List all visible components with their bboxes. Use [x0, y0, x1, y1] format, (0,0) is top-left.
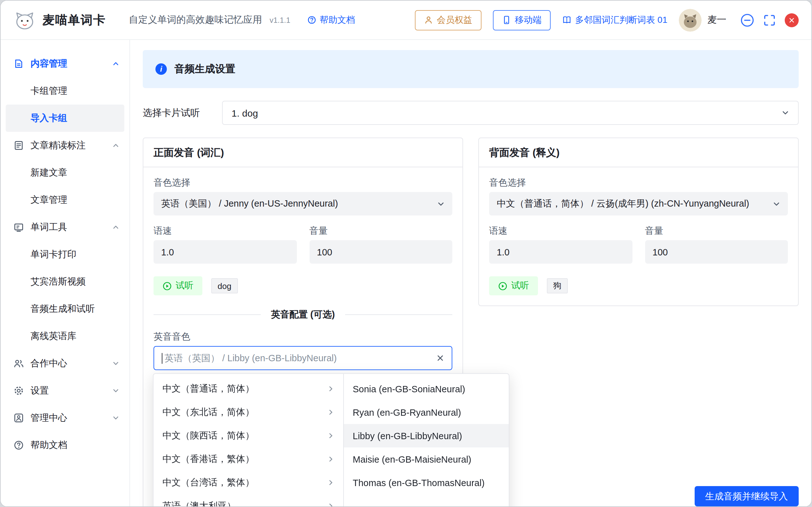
close-button[interactable]	[785, 13, 799, 27]
card-select-dropdown[interactable]: 1. dog	[222, 101, 799, 125]
card-select-value: 1. dog	[232, 107, 258, 118]
front-speed-volume-row: 语速 1.0 音量 100	[154, 226, 452, 264]
cascader-voice-column: Sonia (en-GB-SoniaNeural) Ryan (en-GB-Ry…	[344, 374, 509, 507]
cascader-voice-option-2[interactable]: Libby (en-GB-LibbyNeural)	[344, 424, 509, 447]
sidebar-group-content-management[interactable]: 内容管理	[1, 50, 130, 77]
cascader-option-label: 中文（陕西话，简体）	[162, 430, 254, 442]
cascader-lang-option-1[interactable]: 中文（东北话，简体）	[154, 400, 343, 424]
divider-text: 英音配置 (可选)	[271, 309, 335, 320]
cat-logo-icon	[13, 9, 36, 32]
sidebar-item-label: 新建文章	[31, 167, 67, 179]
divider-line	[154, 314, 261, 315]
sidebar-item-audio-generation[interactable]: 音频生成和试听	[1, 295, 130, 323]
uk-voice-input[interactable]: 英语（英国） / Libby (en-GB-LibbyNeural)	[154, 346, 452, 370]
sidebar-item-ebbinghaus-video[interactable]: 艾宾浩斯视频	[1, 268, 130, 295]
app-header: 麦喵单词卡 自定义单词的高效趣味记忆应用 v1.1.1 帮助文档 会员权益 移动…	[1, 1, 811, 40]
cascader-option-label: 中文（东北话，简体）	[162, 406, 254, 418]
back-volume-input[interactable]: 100	[645, 240, 788, 264]
back-preview-button[interactable]: 试听	[489, 276, 538, 295]
chevron-right-icon	[327, 479, 334, 486]
mobile-button[interactable]: 移动端	[493, 10, 550, 30]
sidebar-group-article-annotation[interactable]: 文章精读标注	[1, 132, 130, 159]
back-voice-value: 中文（普通话，简体） / 云扬(成年男) (zh-CN-YunyangNeura…	[497, 198, 749, 210]
window-controls	[740, 13, 799, 27]
app-title: 麦喵单词卡	[43, 12, 106, 28]
article-icon	[13, 140, 24, 151]
sidebar-item-label: 内容管理	[31, 58, 67, 70]
cascader-language-column: 中文（普通话，简体） 中文（东北话，简体） 中文（陕西话，简体） 中文（香港话，…	[154, 374, 344, 507]
play-icon	[498, 281, 507, 291]
cascader-voice-option-4[interactable]: Thomas (en-GB-ThomasNeural)	[344, 471, 509, 494]
member-benefits-button[interactable]: 会员权益	[415, 10, 481, 30]
cascader-voice-option-3[interactable]: Maisie (en-GB-MaisieNeural)	[344, 447, 509, 471]
minimize-icon	[740, 13, 754, 27]
cascader-option-label: Thomas (en-GB-ThomasNeural)	[353, 477, 485, 488]
phone-icon	[502, 15, 511, 25]
front-voice-value: 英语（美国） / Jenny (en-US-JennyNeural)	[161, 198, 338, 210]
user-avatar[interactable]	[679, 9, 702, 32]
front-speed-label: 语速	[154, 226, 297, 236]
banner-title: 音频生成设置	[174, 62, 235, 76]
sidebar-item-offline-english-library[interactable]: 离线英语库	[1, 323, 130, 350]
front-voice-select[interactable]: 英语（美国） / Jenny (en-US-JennyNeural)	[154, 192, 452, 216]
stage: 麦喵单词卡 自定义单词的高效趣味记忆应用 v1.1.1 帮助文档 会员权益 移动…	[0, 0, 812, 507]
front-voice-label: 音色选择	[154, 177, 452, 188]
sidebar-item-label: 合作中心	[31, 357, 67, 370]
cascader-option-label: 中文（台湾话，繁体）	[162, 476, 254, 489]
sidebar-group-collaboration-center[interactable]: 合作中心	[1, 350, 130, 377]
wordlist-label: 多邻国词汇判断词表 01	[575, 14, 667, 26]
header-right-cluster: 会员权益 移动端 多邻国词汇判断词表 01 麦一	[415, 9, 799, 32]
back-speed-label: 语速	[489, 226, 632, 236]
cascader-lang-option-0[interactable]: 中文（普通话，简体）	[154, 377, 343, 400]
sidebar-item-label: 帮助文档	[31, 439, 67, 451]
front-preview-button[interactable]: 试听	[154, 276, 202, 295]
front-volume-label: 音量	[309, 226, 452, 236]
clear-icon[interactable]	[437, 354, 444, 362]
chevron-down-icon	[781, 109, 789, 117]
wordlist-link[interactable]: 多邻国词汇判断词表 01	[562, 14, 667, 26]
help-doc-link[interactable]: 帮助文档	[307, 14, 355, 26]
back-preview-label: 试听	[511, 280, 529, 291]
chevron-right-icon	[327, 456, 334, 463]
close-icon	[789, 17, 795, 23]
cascader-option-label: Maisie (en-GB-MaisieNeural)	[353, 454, 471, 464]
back-volume-label: 音量	[645, 226, 788, 236]
sidebar-item-new-article[interactable]: 新建文章	[1, 159, 130, 186]
front-speed-input[interactable]: 1.0	[154, 240, 297, 264]
chevron-right-icon	[327, 432, 334, 439]
username: 麦一	[707, 14, 726, 26]
sidebar-group-admin-center[interactable]: 管理中心	[1, 404, 130, 432]
gear-icon	[13, 385, 24, 396]
sidebar-item-help-docs[interactable]: 帮助文档	[1, 432, 130, 459]
cascader-voice-option-1[interactable]: Ryan (en-GB-RyanNeural)	[344, 400, 509, 424]
sidebar-group-settings[interactable]: 设置	[1, 377, 130, 404]
uk-voice-label: 英音音色	[154, 331, 452, 342]
chevron-up-icon	[112, 60, 119, 67]
cascader-lang-option-4[interactable]: 中文（台湾话，繁体）	[154, 471, 343, 494]
sidebar-item-import-deck[interactable]: 导入卡组	[6, 105, 124, 132]
cascader-lang-option-3[interactable]: 中文（香港话，繁体）	[154, 447, 343, 471]
sidebar-item-label: 单词卡打印	[31, 248, 77, 261]
sidebar-item-deck-management[interactable]: 卡组管理	[1, 77, 130, 105]
generate-audio-button[interactable]: 生成音频并继续导入	[694, 486, 799, 506]
cascader-voice-option-0[interactable]: Sonia (en-GB-SoniaNeural)	[344, 377, 509, 400]
cascader-option-label: Sonia (en-GB-SoniaNeural)	[353, 384, 465, 394]
back-voice-select[interactable]: 中文（普通话，简体） / 云扬(成年男) (zh-CN-YunyangNeura…	[489, 192, 788, 216]
sidebar-item-label: 单词工具	[31, 221, 67, 233]
back-preview-row: 试听 狗	[489, 276, 788, 295]
sidebar-group-word-tools[interactable]: 单词工具	[1, 214, 130, 241]
cascader-option-label: Libby (en-GB-LibbyNeural)	[353, 431, 462, 441]
minimize-button[interactable]	[740, 13, 754, 27]
main-content: i 音频生成设置 选择卡片试听 1. dog 正面发音 (词汇) 音色选择 英语…	[130, 40, 811, 506]
back-speed-input[interactable]: 1.0	[489, 240, 632, 264]
sidebar-item-word-card-print[interactable]: 单词卡打印	[1, 241, 130, 268]
front-volume-input[interactable]: 100	[309, 240, 452, 264]
front-panel-body: 音色选择 英语（美国） / Jenny (en-US-JennyNeural) …	[143, 167, 462, 380]
sidebar-item-label: 卡组管理	[31, 85, 67, 97]
voice-cascader-dropdown: 中文（普通话，简体） 中文（东北话，简体） 中文（陕西话，简体） 中文（香港话，…	[153, 373, 509, 507]
cascader-lang-option-5[interactable]: 英语（澳大利亚）	[154, 494, 343, 507]
card-select-label: 选择卡片试听	[143, 107, 222, 119]
sidebar-item-article-management[interactable]: 文章管理	[1, 186, 130, 214]
cascader-lang-option-2[interactable]: 中文（陕西话，简体）	[154, 424, 343, 447]
fullscreen-button[interactable]	[763, 13, 776, 27]
